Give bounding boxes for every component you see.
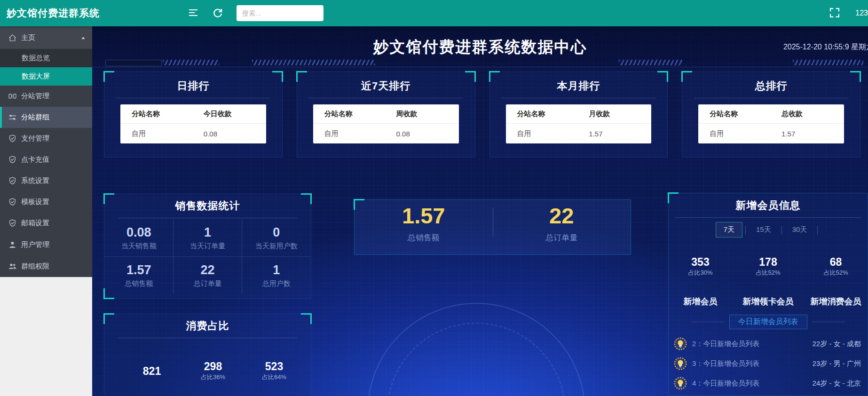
divider [692, 322, 725, 322]
sidebar-item-template-settings[interactable]: 模板设置 [0, 191, 92, 213]
tab-separator [817, 226, 818, 234]
refresh-icon[interactable] [213, 8, 224, 19]
sidebar-item-group-permissions[interactable]: 群组权限 [0, 255, 92, 277]
total-sales-value: 1.57 [355, 204, 493, 228]
sidebar-item-label: 主页 [21, 33, 35, 42]
rank-site-value: 1.57 [589, 130, 651, 138]
divider [694, 98, 849, 98]
divider [812, 322, 845, 322]
sidebar-item-label: 分站群组 [21, 113, 49, 122]
sidebar-item-user-management[interactable]: 用户管理 [0, 234, 92, 255]
banner-decoration [105, 60, 162, 66]
rank-card-title: 近7天排行 [297, 79, 475, 93]
dashboard-main: 妙文馆付费进群系统数据中心 2025-12-20 10:55:9 星期六 日排行… [92, 26, 868, 396]
rank-table: 分站名称 月收款 自用 1.57 [506, 104, 652, 143]
consumption-donut-chart: 821 [127, 347, 176, 396]
rank-col-value: 今日收款 [204, 110, 266, 119]
rank-site-name: 自用 [120, 129, 204, 138]
members-donuts: 353 占比30% 新增会员 178 占比52% 新增领卡会员 68 占比52% [669, 244, 868, 307]
divider [308, 98, 463, 98]
fullscreen-icon[interactable] [829, 8, 841, 19]
sidebar-item-home[interactable]: 主页 ▲ [0, 26, 92, 49]
table-row: 自用 0.08 [120, 124, 266, 143]
tab-separator [745, 226, 746, 234]
rank-col-value: 月收款 [589, 110, 651, 119]
sidebar-item-data-screen[interactable]: 数据大屏 [0, 67, 92, 86]
sidebar-item-data-overview[interactable]: 数据总览 [0, 49, 92, 67]
rank-card-daily: 日排行 分站名称 今日收款 自用 0.08 [104, 71, 283, 158]
bulb-icon [673, 356, 687, 371]
total-sales-block: 1.57 总销售额 [355, 200, 493, 254]
table-row: 自用 0.08 [313, 124, 459, 143]
divider [118, 218, 298, 218]
sidebar-item-system-settings[interactable]: 系统设置 [0, 170, 92, 191]
rank-card-total: 总排行 分站名称 总收款 自用 1.57 [682, 71, 860, 158]
table-row: 自用 1.57 [698, 124, 844, 143]
members-period-tabs: 7天 15天 30天 [669, 222, 868, 238]
sidebar-item-site-groups[interactable]: 分站群组 [0, 107, 92, 128]
rank-table: 分站名称 今日收款 自用 0.08 [120, 104, 266, 143]
collapse-menu-icon[interactable] [188, 8, 199, 19]
rank-table: 分站名称 总收款 自用 1.57 [698, 104, 844, 143]
banner-decoration [793, 60, 863, 65]
consumption-title: 消费占比 [104, 319, 311, 333]
rank-card-title: 日排行 [104, 79, 282, 93]
sidebar-item-payment[interactable]: 支付管理 [0, 128, 92, 149]
stat-today-sales: 0.08 当天销售额 [104, 219, 173, 256]
divider [493, 207, 493, 237]
rank-site-name: 自用 [313, 129, 396, 138]
sidebar-item-label: 分站管理 [21, 92, 49, 101]
globe-ring-decoration [367, 303, 585, 396]
divider [116, 98, 271, 98]
sales-stats-card: 销售数据统计 0.08 当天销售额 1 当天订单量 0 当天新用户数 1.57 … [104, 194, 311, 299]
sidebar-item-card-recharge[interactable]: 点卡充值 [0, 149, 92, 170]
rank-col-name: 分站名称 [120, 110, 204, 119]
tab-15days[interactable]: 15天 [749, 222, 779, 237]
sidebar-item-label: 数据总览 [22, 54, 50, 63]
members-list: 2：今日新增会员列表 22岁 - 女 - 成都 3：今日新增会员列表 23岁 -… [669, 334, 868, 393]
sidebar-item-site-management[interactable]: 分站管理 [0, 86, 92, 107]
tab-7days[interactable]: 7天 [716, 222, 742, 238]
rank-card-month: 本月排行 分站名称 月收款 自用 1.57 [489, 71, 668, 158]
sales-stats-grid: 0.08 当天销售额 1 当天订单量 0 当天新用户数 1.57 总销售额 22 [104, 219, 311, 294]
sidebar-item-label: 支付管理 [21, 134, 49, 143]
rank-cards-row: 日排行 分站名称 今日收款 自用 0.08 近7天排行 [104, 71, 860, 158]
search-input[interactable] [237, 5, 324, 21]
sidebar-item-label: 用户管理 [21, 240, 49, 249]
members-list-header: 今日新增会员列表 [669, 315, 868, 329]
members-donut-block: 68 占比52% 新增消费会员 [810, 244, 862, 307]
rank-col-value: 周收款 [396, 110, 459, 119]
consumption-donuts: 821 298 占比36% 523 占比64% [104, 347, 311, 396]
divider [675, 217, 862, 218]
datetime-display: 2025-12-20 10:55:9 星期六 [783, 42, 868, 52]
table-row: 自用 1.57 [506, 124, 652, 143]
list-item: 3：今日新增会员列表 23岁 - 男 - 广州 [669, 354, 868, 373]
members-donut-chart: 353 占比30% [678, 244, 723, 289]
sidebar-item-email-settings[interactable]: 邮箱设置 [0, 213, 92, 234]
new-members-panel: 新增会员信息 7天 15天 30天 353 占比30% 新增会员 [668, 193, 868, 396]
rank-col-name: 分站名称 [698, 110, 781, 119]
rank-card-title: 本月排行 [490, 79, 668, 93]
site-icon [8, 92, 16, 100]
caret-up-icon: ▲ [81, 36, 86, 40]
total-orders-label: 总订单量 [493, 232, 631, 243]
bulb-icon [673, 337, 687, 351]
today-members-list-button[interactable]: 今日新增会员列表 [729, 315, 807, 329]
sidebar-item-label: 点卡充值 [21, 155, 49, 164]
tab-30days[interactable]: 30天 [785, 222, 815, 237]
rank-site-name: 自用 [506, 129, 589, 138]
stat-today-orders: 1 当天订单量 [173, 219, 242, 256]
total-orders-value: 22 [493, 204, 631, 228]
users-icon [8, 262, 16, 270]
divider [118, 338, 298, 338]
tab-separator [781, 226, 782, 234]
banner-decoration [163, 60, 219, 65]
rank-col-name: 分站名称 [313, 110, 396, 119]
sidebar-menu: 主页 ▲ 数据总览 数据大屏 分站管理 分站群组 [0, 26, 92, 277]
username[interactable]: 123 [855, 0, 868, 26]
home-icon [8, 34, 16, 42]
rank-col-value: 总收款 [781, 110, 844, 119]
totals-highlight-box: 1.57 总销售额 22 总订单量 [354, 199, 631, 255]
bulb-icon [673, 376, 687, 390]
rank-col-name: 分站名称 [506, 110, 589, 119]
